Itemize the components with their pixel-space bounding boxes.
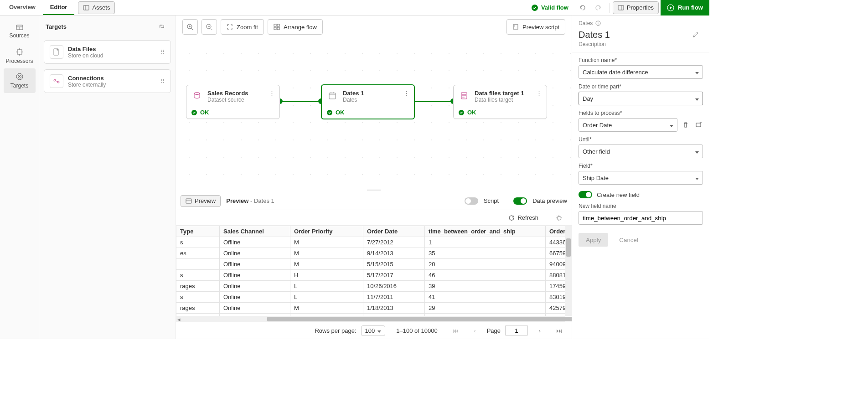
table-cell[interactable]: L: [290, 292, 363, 303]
table-cell[interactable]: Online: [220, 281, 290, 292]
target-card-datafiles[interactable]: Data Files Store on cloud ⠿: [44, 40, 171, 64]
page-prev-button[interactable]: ‹: [468, 324, 482, 337]
script-toggle[interactable]: [465, 197, 478, 205]
collapse-panel-button[interactable]: [155, 20, 169, 33]
vertical-resize-handle[interactable]: [176, 188, 572, 192]
table-cell[interactable]: 39: [425, 281, 546, 292]
rows-per-page-select[interactable]: 100: [361, 325, 386, 336]
rail-processors[interactable]: Processors: [4, 44, 36, 68]
properties-button[interactable]: Properties: [613, 1, 659, 14]
table-cell[interactable]: 20: [425, 259, 546, 270]
column-header[interactable]: Sales Channel: [220, 226, 290, 237]
table-cell[interactable]: es: [176, 248, 220, 259]
assets-button[interactable]: Assets: [78, 1, 115, 14]
table-cell[interactable]: 5/17/2017: [363, 270, 425, 281]
table-row[interactable]: ragesOnlineM1/18/2013294257934452/16/201…: [176, 303, 572, 314]
tab-overview[interactable]: Overview: [2, 0, 43, 15]
date-part-select[interactable]: Day: [579, 92, 703, 105]
horizontal-scrollbar[interactable]: ◂ ▸: [176, 316, 565, 322]
flow-canvas[interactable]: Sales Records Dataset source ⋮ OK: [176, 38, 572, 188]
table-cell[interactable]: 10/26/2016: [363, 281, 425, 292]
table-cell[interactable]: M: [290, 237, 363, 248]
edit-title-button[interactable]: [688, 28, 703, 41]
refresh-button[interactable]: Refresh: [508, 214, 538, 221]
node-menu-icon[interactable]: ⋮: [403, 90, 409, 103]
table-cell[interactable]: 1/18/2013: [363, 303, 425, 314]
table-cell[interactable]: rages: [176, 303, 220, 314]
table-cell[interactable]: 1: [425, 237, 546, 248]
table-cell[interactable]: Online: [220, 248, 290, 259]
expand-field-button[interactable]: [694, 122, 703, 128]
table-row[interactable]: sOnlineL11/7/20114183019288712/18/201113…: [176, 292, 572, 303]
table-cell[interactable]: s: [176, 270, 220, 281]
table-row[interactable]: sOfflineH5/17/2017468808115367/2/2017562: [176, 270, 572, 281]
table-cell[interactable]: rages: [176, 281, 220, 292]
until-select[interactable]: Other field: [579, 145, 703, 158]
settings-gear-button[interactable]: [552, 212, 566, 224]
page-next-button[interactable]: ›: [532, 324, 547, 337]
table-cell[interactable]: s: [176, 237, 220, 248]
run-flow-button[interactable]: Run flow: [661, 0, 709, 15]
table-cell[interactable]: 9/14/2013: [363, 248, 425, 259]
drag-handle-icon[interactable]: ⠿: [160, 49, 165, 56]
table-cell[interactable]: Online: [220, 292, 290, 303]
page-input[interactable]: [505, 325, 528, 336]
column-header[interactable]: time_between_order_and_ship: [425, 226, 546, 237]
table-row[interactable]: esOnlineM9/14/20133566759351410/19/20134…: [176, 248, 572, 259]
table-cell[interactable]: 11/7/2011: [363, 292, 425, 303]
rail-targets[interactable]: Targets: [4, 68, 36, 93]
table-cell[interactable]: L: [290, 281, 363, 292]
fields-to-process-select[interactable]: Order Date: [579, 118, 677, 132]
data-preview-toggle[interactable]: [513, 197, 527, 205]
redo-button[interactable]: [591, 1, 606, 14]
cancel-button[interactable]: Cancel: [616, 233, 641, 247]
info-icon[interactable]: i: [595, 21, 601, 26]
arrange-flow-button[interactable]: Arrange flow: [268, 19, 323, 35]
table-cell[interactable]: M: [290, 303, 363, 314]
table-row[interactable]: ragesOnlineL10/26/20163917459019412/4/20…: [176, 281, 572, 292]
target-card-connections[interactable]: Connections Store externally ⠿: [44, 69, 171, 93]
drag-handle-icon[interactable]: ⠿: [160, 78, 165, 85]
rail-sources[interactable]: Sources: [4, 19, 36, 44]
create-new-field-toggle[interactable]: [579, 191, 592, 198]
table-cell[interactable]: 7/27/2012: [363, 237, 425, 248]
page-last-button[interactable]: ⏭: [552, 324, 566, 337]
preview-script-button[interactable]: Preview script: [506, 19, 565, 35]
column-header[interactable]: Order Priority: [290, 226, 363, 237]
flow-node-source[interactable]: Sales Records Dataset source ⋮ OK: [186, 85, 280, 119]
new-field-name-input[interactable]: [579, 211, 703, 225]
table-cell[interactable]: [176, 259, 220, 270]
tab-editor[interactable]: Editor: [43, 0, 75, 15]
table-cell[interactable]: 5/15/2015: [363, 259, 425, 270]
field-select[interactable]: Ship Date: [579, 171, 703, 185]
page-first-button[interactable]: ⏮: [449, 324, 463, 337]
table-cell[interactable]: Offline: [220, 270, 290, 281]
column-header[interactable]: Type: [176, 226, 220, 237]
table-row[interactable]: sOfflineM7/27/201214433689957/28/2012159…: [176, 237, 572, 248]
flow-node-target[interactable]: Data files target 1 Data files target ⋮ …: [453, 85, 547, 119]
undo-button[interactable]: [575, 1, 589, 14]
table-row[interactable]: OfflineM5/15/2015209400995856/4/2015360: [176, 259, 572, 270]
node-menu-icon[interactable]: ⋮: [269, 90, 275, 103]
table-cell[interactable]: Offline: [220, 237, 290, 248]
zoom-out-button[interactable]: [202, 19, 217, 35]
data-grid[interactable]: TypeSales ChannelOrder PriorityOrder Dat…: [176, 226, 572, 322]
vertical-scrollbar[interactable]: [565, 226, 572, 316]
apply-button[interactable]: Apply: [579, 233, 608, 247]
table-cell[interactable]: Offline: [220, 259, 290, 270]
table-cell[interactable]: M: [290, 259, 363, 270]
flow-node-dates[interactable]: Dates 1 Dates ⋮ OK: [321, 84, 415, 119]
table-cell[interactable]: 41: [425, 292, 546, 303]
column-header[interactable]: Order Date: [363, 226, 425, 237]
table-cell[interactable]: 35: [425, 248, 546, 259]
function-name-select[interactable]: Calculate date difference: [579, 65, 703, 79]
table-cell[interactable]: Online: [220, 303, 290, 314]
zoom-in-button[interactable]: [182, 19, 198, 35]
table-cell[interactable]: 46: [425, 270, 546, 281]
table-cell[interactable]: H: [290, 270, 363, 281]
delete-field-button[interactable]: [681, 122, 690, 128]
zoom-fit-button[interactable]: Zoom fit: [221, 19, 264, 35]
table-cell[interactable]: s: [176, 292, 220, 303]
preview-button[interactable]: Preview: [181, 195, 221, 207]
table-cell[interactable]: 29: [425, 303, 546, 314]
